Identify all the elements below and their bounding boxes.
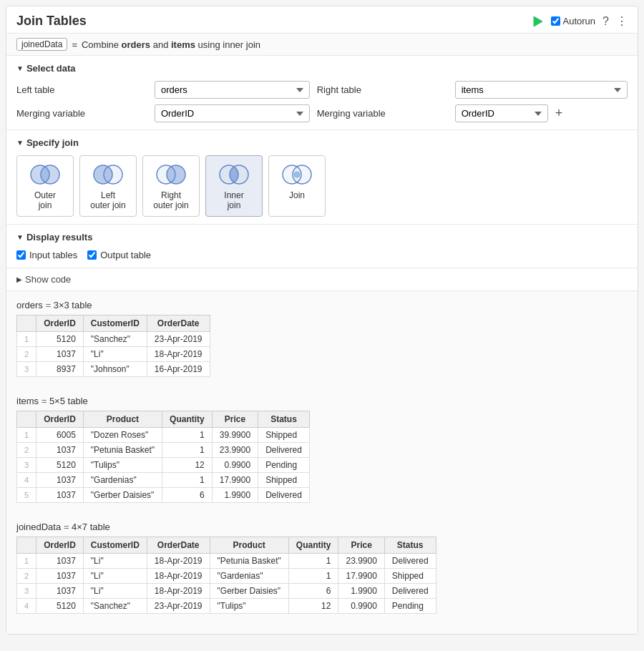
svg-marker-0 <box>534 16 542 26</box>
left-table-select[interactable]: orders items joinedData <box>155 81 310 99</box>
select-data-arrow: ▼ <box>16 64 24 72</box>
header-actions: Autorun ? ⋮ <box>531 14 628 28</box>
orders-col-customerid: CustomerID <box>83 315 147 332</box>
select-data-label: Select data <box>26 63 76 74</box>
table-row: 4 5120 "Sanchez" 23-Apr-2019 "Tulips" 12… <box>17 599 436 614</box>
output-table-label: Output table <box>100 250 151 260</box>
input-tables-label: Input tables <box>29 250 77 260</box>
run-button[interactable] <box>531 15 544 28</box>
join-icon <box>280 162 313 187</box>
display-results-header[interactable]: ▼ Display results <box>16 232 628 243</box>
select-data-header[interactable]: ▼ Select data <box>16 63 628 74</box>
orders-col-orderid: OrderID <box>36 315 84 332</box>
joined-col-customerid: CustomerID <box>83 537 147 554</box>
joined-col-row <box>17 537 36 554</box>
specify-join-panel: ▼ Specify join Outerjoin Leftouter join <box>6 130 638 225</box>
join-option[interactable]: Join <box>268 155 326 217</box>
svg-point-4 <box>104 165 122 184</box>
show-code-arrow: ▶ <box>16 275 22 283</box>
items-table: OrderID Product Quantity Price Status 1 … <box>16 411 310 503</box>
orders-col-orderdate: OrderDate <box>147 315 210 332</box>
items-table-label: items = 5×5 table <box>16 396 628 406</box>
right-table-label: Right table <box>317 84 448 95</box>
svg-point-13 <box>294 172 300 177</box>
inner-join-label: Innerjoin <box>224 190 243 210</box>
output-table-checkbox-label[interactable]: Output table <box>87 250 151 260</box>
joined-table-label: joinedData = 4×7 table <box>16 522 628 532</box>
inner-join-option[interactable]: Innerjoin <box>205 155 263 217</box>
input-tables-checkbox[interactable] <box>16 250 26 260</box>
right-outer-join-label: Rightouter join <box>153 190 188 210</box>
table-row: 1 6005 "Dozen Roses" 1 39.9900 Shipped <box>17 428 310 443</box>
right-outer-join-option[interactable]: Rightouter join <box>142 155 200 217</box>
left-table-label: Left table <box>16 84 147 95</box>
table-row: 2 1037 "Li" 18-Apr-2019 "Gardenias" 1 17… <box>17 569 436 584</box>
joined-table: OrderID CustomerID OrderDate Product Qua… <box>16 537 436 614</box>
right-table-select[interactable]: orders items joinedData <box>455 81 628 99</box>
join-label: Join <box>289 190 305 200</box>
items-col-quantity: Quantity <box>162 411 213 428</box>
tables-section: orders = 3×3 table OrderID CustomerID Or… <box>6 291 638 634</box>
formula-var: joinedData <box>16 38 67 51</box>
joined-col-status: Status <box>384 537 436 554</box>
joined-col-product: Product <box>210 537 288 554</box>
display-results-panel: ▼ Display results Input tables Output ta… <box>6 225 638 268</box>
right-outer-join-icon <box>155 162 187 187</box>
left-merge-select[interactable]: OrderID CustomerID OrderDate <box>155 104 310 122</box>
specify-join-header[interactable]: ▼ Specify join <box>16 137 628 148</box>
left-merge-label: Merging variable <box>16 108 147 119</box>
joined-col-price: Price <box>338 537 384 554</box>
svg-point-2 <box>41 165 59 184</box>
join-types: Outerjoin Leftouter join Rightouter join <box>16 155 628 217</box>
autorun-checkbox[interactable] <box>551 16 560 26</box>
table-row: 4 1037 "Gardenias" 1 17.9900 Shipped <box>17 473 310 488</box>
orders-table-label: orders = 3×3 table <box>16 300 628 310</box>
items-col-product: Product <box>83 411 162 428</box>
page-title: Join Tables <box>16 14 87 29</box>
items-col-status: Status <box>258 411 310 428</box>
add-merge-button[interactable]: + <box>552 106 566 121</box>
specify-join-label: Specify join <box>26 137 79 148</box>
outer-join-label: Outerjoin <box>34 190 56 210</box>
items-col-row <box>17 411 36 428</box>
left-outer-join-label: Leftouter join <box>90 190 125 210</box>
joined-col-orderdate: OrderDate <box>147 537 210 554</box>
more-button[interactable]: ⋮ <box>616 14 628 28</box>
joined-col-orderid: OrderID <box>36 537 84 554</box>
table-row: 2 1037 "Li" 18-Apr-2019 <box>17 347 210 362</box>
display-results-label: Display results <box>26 232 93 243</box>
specify-join-arrow: ▼ <box>16 139 24 147</box>
autorun-label[interactable]: Autorun <box>551 16 596 26</box>
joined-col-quantity: Quantity <box>288 537 338 554</box>
right-merge-label: Merging variable <box>317 108 448 119</box>
table-row: 3 5120 "Tulips" 12 0.9900 Pending <box>17 458 310 473</box>
items-col-price: Price <box>212 411 258 428</box>
table-row: 1 5120 "Sanchez" 23-Apr-2019 <box>17 332 210 347</box>
table-row: 5 1037 "Gerber Daisies" 6 1.9900 Deliver… <box>17 488 310 503</box>
select-data-grid: Left table orders items joinedData Right… <box>16 81 628 122</box>
orders-col-row <box>17 315 36 332</box>
select-data-panel: ▼ Select data Left table orders items jo… <box>6 56 638 130</box>
left-outer-join-icon <box>92 162 125 187</box>
show-code-label: Show code <box>25 274 71 285</box>
display-results-row: Input tables Output table <box>16 250 628 260</box>
outer-join-option[interactable]: Outerjoin <box>16 155 74 217</box>
formula-bar: joinedData = Combine orders and items us… <box>6 34 638 56</box>
help-button[interactable]: ? <box>602 15 609 28</box>
display-results-arrow: ▼ <box>16 233 24 241</box>
svg-point-6 <box>167 165 185 184</box>
orders-table: OrderID CustomerID OrderDate 1 5120 "San… <box>16 315 210 377</box>
inner-join-icon <box>218 162 250 187</box>
table-row: 3 8937 "Johnson" 16-Apr-2019 <box>17 362 210 377</box>
show-code-row[interactable]: ▶ Show code <box>6 268 638 291</box>
output-table-checkbox[interactable] <box>87 250 97 260</box>
right-merge-select[interactable]: OrderID CustomerID OrderDate <box>455 104 548 122</box>
formula-text: Combine orders and items using inner joi… <box>82 39 260 50</box>
input-tables-checkbox-label[interactable]: Input tables <box>16 250 77 260</box>
run-icon <box>531 15 544 28</box>
left-outer-join-option[interactable]: Leftouter join <box>79 155 137 217</box>
table-row: 1 1037 "Li" 18-Apr-2019 "Petunia Basket"… <box>17 554 436 569</box>
table-row: 3 1037 "Li" 18-Apr-2019 "Gerber Daisies"… <box>17 584 436 599</box>
table-row: 2 1037 "Petunia Basket" 1 23.9900 Delive… <box>17 443 310 458</box>
outer-join-icon <box>29 162 62 187</box>
